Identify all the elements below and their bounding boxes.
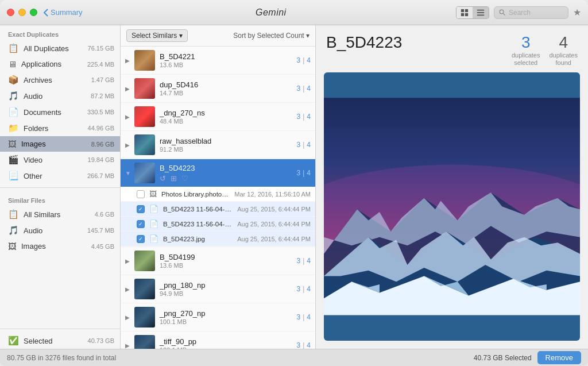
grid-icon[interactable]: ⊞: [171, 174, 177, 183]
sidebar-item-audio[interactable]: 🎵 Audio 87.2 MB: [0, 88, 120, 104]
sidebar-item-documents[interactable]: 📄 Documents 330.5 MB: [0, 104, 120, 120]
favorites-button[interactable]: ★: [573, 7, 581, 18]
sub-checkbox[interactable]: [137, 190, 145, 198]
expand-arrow-icon: ▶: [125, 57, 134, 64]
app-window: Summary Gemini Search ★ Exact Dup: [0, 0, 588, 366]
archives-icon: 📦: [8, 75, 19, 85]
sidebar-item-text: Archives: [24, 76, 87, 84]
photos-library-icon: 🖼: [149, 190, 157, 198]
video-icon: 🎬: [8, 155, 19, 165]
remove-button[interactable]: Remove: [537, 351, 581, 364]
sub-checkbox[interactable]: [137, 235, 145, 243]
back-button[interactable]: Summary: [43, 8, 83, 17]
detail-stats: 3 duplicatesselected 4 duplicatesfound: [512, 33, 578, 67]
group-counts: 3 | 4: [297, 141, 311, 149]
select-similars-button[interactable]: Select Similars ▾: [126, 29, 188, 42]
sidebar-item-size: 225.4 MB: [87, 61, 114, 68]
group-name: _png_270_np: [160, 309, 297, 318]
group-thumbnail: [134, 78, 155, 99]
group-size: 100.1 MB: [160, 318, 297, 325]
search-bar[interactable]: Search: [494, 6, 568, 19]
found-count: 4: [307, 84, 311, 93]
sidebar-item-text: Audio: [24, 92, 86, 101]
sidebar-item-images[interactable]: 🖼 Images 8.96 GB: [0, 136, 120, 152]
group-info: dup_5D416 14.7 MB: [160, 80, 297, 97]
sidebar-item-size: 4.6 GB: [95, 211, 114, 218]
sidebar-item-sim-audio[interactable]: 🎵 Audio 145.7 MB: [0, 222, 120, 238]
file-group-header-selected[interactable]: ▼ B_5D4223 ↺ ⊞ ♡ 3 |: [121, 159, 315, 187]
sub-checkbox[interactable]: [137, 205, 145, 213]
sidebar-item-sim-images[interactable]: 🖼 Images 4.45 GB: [0, 238, 120, 254]
sidebar-item-other[interactable]: 📃 Other 266.7 MB: [0, 168, 120, 184]
file-group: ▶ raw_hasselblad 91.2 MB 3 | 4: [121, 131, 315, 159]
file-group-header[interactable]: ▶ B_5D4221 13.6 MB 3 | 4: [121, 47, 315, 74]
svg-rect-5: [477, 12, 484, 13]
grid-view-button[interactable]: [457, 7, 473, 18]
group-counts: 3 | 4: [297, 84, 311, 93]
svg-point-7: [500, 10, 504, 14]
sidebar-item-size: 145.7 MB: [87, 227, 114, 234]
file-group-header[interactable]: ▶ dup_5D416 14.7 MB 3 | 4: [121, 75, 315, 102]
sidebar-item-size: 40.73 GB: [88, 337, 114, 344]
file-group-header[interactable]: ▶ B_5D4199 13.6 MB 3 | 4: [121, 247, 315, 275]
sidebar-item-archives[interactable]: 📦 Archives 1.47 GB: [0, 72, 120, 88]
sim-audio-icon: 🎵: [8, 225, 19, 236]
sub-checkbox[interactable]: [137, 220, 145, 228]
file-group-header[interactable]: ▶ _png_180_np 94.9 MB 3 | 4: [121, 275, 315, 303]
file-icon: 📄: [149, 205, 158, 213]
all-similars-icon: 📋: [8, 209, 19, 219]
sidebar-item-all-duplicates[interactable]: 📋 All Duplicates 76.15 GB: [0, 40, 120, 56]
file-group-header[interactable]: ▶ _png_270_np 100.1 MB 3 | 4: [121, 303, 315, 331]
detail-title: B_5D4223: [326, 33, 502, 52]
file-group: ▶ _dng_270_ns 48.4 MB 3 | 4: [121, 103, 315, 131]
middle-panel: Select Similars ▾ Sort by Selected Count…: [121, 25, 316, 349]
sidebar-item-folders[interactable]: 📁 Folders 44.96 GB: [0, 120, 120, 136]
sidebar-item-size: 266.7 MB: [87, 172, 114, 179]
expand-arrow-icon: ▼: [125, 170, 134, 176]
group-thumbnail: [134, 335, 155, 349]
documents-icon: 📄: [8, 107, 19, 117]
group-thumbnail: [134, 163, 155, 183]
refresh-icon[interactable]: ↺: [160, 174, 166, 183]
heart-icon[interactable]: ♡: [181, 174, 188, 183]
close-button[interactable]: [7, 9, 14, 16]
sort-button[interactable]: Sort by Selected Count ▾: [233, 32, 310, 40]
sub-file-date: Aug 25, 2015, 6:44:44 PM: [237, 206, 311, 213]
group-counts: 3 | 4: [297, 113, 311, 121]
sidebar-item-applications[interactable]: 🖥 Applications 225.4 MB: [0, 56, 120, 72]
sidebar-item-text: Documents: [24, 108, 83, 117]
sidebar-item-selected[interactable]: ✅ Selected 40.73 GB: [0, 333, 120, 349]
sub-file: 📄 B_5D4223 11-56-04-987 Aug 25, 2015, 6:…: [121, 202, 315, 217]
group-name: raw_hasselblad: [160, 137, 297, 145]
sub-file-name: Photos Library.photoslibr...: [161, 191, 230, 198]
found-count: 4: [307, 257, 311, 265]
sidebar: Exact Duplicates 📋 All Duplicates 76.15 …: [0, 25, 121, 349]
group-counts: 3 | 4: [297, 285, 311, 293]
sidebar-item-all-similars[interactable]: 📋 All Similars 4.6 GB: [0, 206, 120, 222]
back-label: Summary: [51, 8, 83, 17]
middle-toolbar: Select Similars ▾ Sort by Selected Count…: [121, 25, 315, 47]
svg-rect-6: [477, 14, 484, 16]
group-info: _png_270_np 100.1 MB: [160, 309, 297, 325]
sidebar-item-size: 1.47 GB: [91, 76, 114, 83]
file-group-header[interactable]: ▶ _dng_270_ns 48.4 MB 3 | 4: [121, 103, 315, 130]
sub-file: 🖼 Photos Library.photoslibr... Mar 12, 2…: [121, 187, 315, 202]
selected-icon: ✅: [8, 336, 19, 346]
duplicates-found-stat: 4 duplicatesfound: [549, 33, 578, 67]
file-group-header[interactable]: ▶ _tiff_90_pp 100.1 MB 3 | 4: [121, 332, 315, 349]
selected-count: 3: [297, 285, 301, 293]
maximize-button[interactable]: [30, 9, 37, 16]
found-count: 4: [307, 341, 311, 349]
sidebar-item-text: Audio: [24, 226, 83, 235]
group-counts: 3 | 4: [297, 313, 311, 321]
group-name: B_5D4221: [160, 52, 297, 61]
minimize-button[interactable]: [18, 9, 26, 16]
list-view-button[interactable]: [473, 7, 489, 18]
group-size: 94.9 MB: [160, 290, 297, 297]
sub-file: 📄 B_5D4223 11-56-04-991 Aug 25, 2015, 6:…: [121, 217, 315, 232]
sidebar-item-text: Folders: [24, 124, 83, 133]
sidebar-item-video[interactable]: 🎬 Video 19.84 GB: [0, 152, 120, 168]
app-title: Gemini: [86, 7, 456, 18]
sidebar-item-text: Images: [21, 242, 87, 251]
file-group-header[interactable]: ▶ raw_hasselblad 91.2 MB 3 | 4: [121, 131, 315, 159]
